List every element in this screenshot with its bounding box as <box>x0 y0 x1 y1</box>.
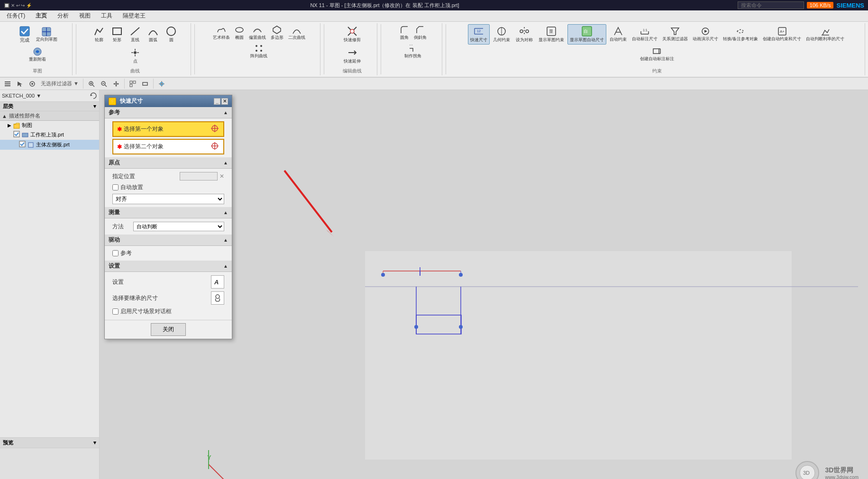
close-button[interactable]: 关闭 <box>151 323 186 336</box>
settings-text-label: 设置 <box>112 278 207 286</box>
svg-point-102 <box>459 273 463 277</box>
menu-task[interactable]: 任务(T) <box>2 11 30 21</box>
geo-constraint-btn[interactable]: 几何约束 <box>491 24 512 45</box>
settings-section-header[interactable]: 设置 ▲ <box>105 261 232 272</box>
watermark: 3D 3D世界网 www.3dsjw.com <box>795 461 859 479</box>
watermark-text: 3D世界网 <box>825 466 859 475</box>
tree-item-label: 制图 <box>22 122 32 129</box>
preview-section[interactable]: 预览 ▾ <box>0 438 99 448</box>
menu-custom[interactable]: 隔壁老王 <box>118 11 150 21</box>
select-second-btn[interactable]: ✱ 选择第二个对象 <box>112 139 224 154</box>
point-btn[interactable]: 点 <box>127 45 144 66</box>
cabinet-label: 工作柜上顶.prt <box>30 131 64 138</box>
svg-rect-70 <box>130 81 132 83</box>
spline-btn[interactable]: 艺术样条 <box>211 24 232 42</box>
chamfer-btn[interactable]: 倒斜角 <box>412 24 429 42</box>
measurement-section-header[interactable]: 测量 ▲ <box>105 207 232 218</box>
svg-line-6 <box>131 27 139 35</box>
tb2-menu[interactable] <box>2 80 13 88</box>
conic-btn[interactable]: 二次曲线 <box>286 24 307 42</box>
profile-btn[interactable]: 轮廓 <box>91 24 108 45</box>
pattern-btn[interactable]: 阵列曲线 <box>248 43 269 60</box>
refresh-icon[interactable] <box>90 92 97 99</box>
canvas-area[interactable]: ⚡ 快速尺寸 _ ✕ 参考 ▲ ✱ 选择第一个对象 <box>100 90 868 479</box>
geo-label: 几何约束 <box>493 37 510 43</box>
trim-btn[interactable]: 快速修剪 <box>341 24 363 45</box>
method-dropdown[interactable]: 自动判断 <box>133 222 224 231</box>
sketch-dropdown[interactable]: SKETCH_000 ▼ <box>2 93 88 99</box>
arc-label: 圆弧 <box>149 37 157 43</box>
reattach-btn[interactable]: 重新附着 <box>27 46 48 63</box>
tree-item-assembly[interactable]: ▶ 制图 <box>0 121 99 130</box>
tb2-filter[interactable] <box>27 80 38 88</box>
quick-dim-btn[interactable]: 12 快速尺寸 <box>468 24 490 45</box>
complete-sketch-btn[interactable]: 完成 <box>16 24 33 45</box>
ribbon-group-sketch: 完成 定向到草图 重新附着 草图 <box>3 23 73 75</box>
svg-point-18 <box>260 50 262 52</box>
fillet-btn[interactable]: 圆角 <box>398 24 411 42</box>
svg-text:12: 12 <box>477 29 481 33</box>
crosshair1-icon <box>210 124 219 135</box>
dialog-minimize-btn[interactable]: _ <box>214 98 220 105</box>
settings-font-btn[interactable]: A <box>211 275 224 289</box>
drive-section-header[interactable]: 驱动 ▲ <box>105 235 232 246</box>
create-auto-btn[interactable]: A+ 创建自动约束和尺寸 <box>761 26 803 43</box>
auto-place-checkbox[interactable] <box>112 184 119 190</box>
origin-section-header[interactable]: 原点 ▲ <box>105 157 232 169</box>
tb2-zoom-in[interactable] <box>86 80 97 88</box>
svg-point-21 <box>350 29 354 33</box>
tb2-dropdown[interactable]: 无选择过滤器 ▼ <box>39 80 81 87</box>
auto-dim-btn[interactable]: 1:1 自动标注尺寸 <box>630 26 659 43</box>
tb2-select[interactable] <box>14 80 26 88</box>
menu-tools[interactable]: 工具 <box>96 11 117 21</box>
tb2-snap1[interactable] <box>156 80 167 88</box>
polygon-btn[interactable]: 多边形 <box>269 24 285 42</box>
orient-sketch-btn[interactable]: 定向到草图 <box>34 26 59 44</box>
auto-place-row: 自动放置 <box>109 182 228 193</box>
convert-btn[interactable]: 转换/备注参考对象 <box>721 26 760 43</box>
tree-item-panel[interactable]: 主体左侧板.prt <box>0 140 99 150</box>
animate-btn[interactable]: 动画演示尺寸 <box>691 26 720 43</box>
align-dropdown[interactable]: 对齐 <box>112 194 224 204</box>
expand-icon: ▶ <box>8 123 11 128</box>
inherit-btn[interactable] <box>211 291 224 305</box>
settings-label: 设置 <box>109 262 120 270</box>
tb2-more1[interactable] <box>127 80 138 88</box>
tb2-zoom-out[interactable] <box>98 80 110 88</box>
offset-btn[interactable]: 偏置曲线 <box>247 24 268 42</box>
dialog-close-btn[interactable]: ✕ <box>221 98 228 105</box>
tb2-more2[interactable] <box>139 80 151 88</box>
auto-constraint-btn[interactable]: 自动约束 <box>607 25 629 44</box>
auto-judge-btn[interactable]: 自动判断利率的尺寸 <box>804 26 846 43</box>
search-input[interactable] <box>738 1 804 9</box>
create-label-btn[interactable]: 创建自动标注标注 <box>638 45 676 63</box>
drive-reference-checkbox[interactable] <box>112 250 119 256</box>
filter-btn[interactable]: 关系测过滤器 <box>660 26 690 43</box>
menu-home[interactable]: 主页 <box>31 11 52 21</box>
ellipse-btn[interactable]: 椭圆 <box>233 24 246 42</box>
menu-analysis[interactable]: 分析 <box>53 11 73 21</box>
circle-btn[interactable]: 圆 <box>163 24 180 45</box>
ribbon-group-fillet: 圆角 倒斜角 制作拐角 <box>384 23 442 75</box>
sort-icon[interactable]: ▲ <box>2 113 7 119</box>
sidebar-toolbar: SKETCH_000 ▼ <box>0 90 99 102</box>
arc-btn[interactable]: 圆弧 <box>145 24 162 45</box>
symmetric-btn[interactable]: 设为对称 <box>513 24 535 45</box>
select-first-btn[interactable]: ✱ 选择第一个对象 <box>112 121 224 137</box>
reference-section-header[interactable]: 参考 ▲ <box>105 107 232 118</box>
tree-header[interactable]: 层类 ▾ <box>0 102 99 111</box>
tb2-pan[interactable] <box>110 80 122 88</box>
menu-view[interactable]: 视图 <box>74 11 95 21</box>
show-auto-dim-btn[interactable]: 自 显示草图自动尺寸 <box>567 24 606 45</box>
rect-btn[interactable]: 矩形 <box>109 24 126 45</box>
show-constraints-btn[interactable]: 显 显示草图约束 <box>536 24 566 45</box>
tree-item-cabinet[interactable]: 工作柜上顶.prt <box>0 130 99 140</box>
extend-btn[interactable]: 快速延伸 <box>341 45 363 66</box>
svg-point-15 <box>256 45 257 47</box>
menu-bar: 任务(T) 主页 分析 视图 工具 隔壁老王 <box>0 10 868 22</box>
line-btn[interactable]: 直线 <box>127 24 144 45</box>
position-input[interactable] <box>180 172 218 181</box>
corner-btn[interactable]: 制作拐角 <box>402 43 423 60</box>
checkbox-icon2 <box>19 141 26 149</box>
dialog-enable-checkbox[interactable] <box>112 308 119 315</box>
